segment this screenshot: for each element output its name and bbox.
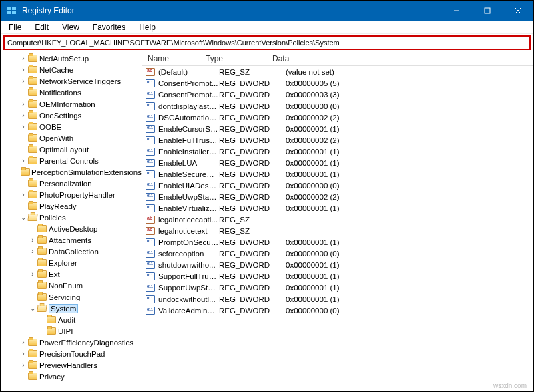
- menu-view[interactable]: View: [57, 21, 85, 33]
- string-value-icon: [145, 226, 156, 236]
- tree-item[interactable]: ›PowerEfficiencyDiagnostics: [1, 337, 142, 348]
- list-row[interactable]: shutdownwitho...REG_DWORD0x00000001 (1): [142, 259, 533, 270]
- value-type: REG_DWORD: [219, 182, 286, 190]
- chevron-right-icon[interactable]: ›: [19, 78, 27, 85]
- tree-item[interactable]: ⌄Policies: [1, 212, 142, 223]
- tree-item[interactable]: Notifications: [1, 87, 142, 98]
- list-row[interactable]: EnableUIADeskt...REG_DWORD0x00000000 (0): [142, 180, 533, 191]
- close-button[interactable]: [503, 1, 533, 21]
- list-row[interactable]: EnableLUAREG_DWORD0x00000001 (1): [142, 157, 533, 168]
- minimize-button[interactable]: [441, 1, 472, 21]
- list-row[interactable]: DSCAutomation...REG_DWORD0x00000002 (2): [142, 112, 533, 123]
- folder-icon: [27, 77, 38, 86]
- tree-item[interactable]: ActiveDesktop: [1, 223, 142, 234]
- tree-item[interactable]: ›OneSettings: [1, 110, 142, 121]
- tree-item[interactable]: OpenWith: [1, 132, 142, 144]
- value-name: shutdownwitho...: [158, 261, 219, 269]
- value-name: EnableLUA: [158, 159, 219, 167]
- list-row[interactable]: EnableVirtualizat...REG_DWORD0x00000001 …: [142, 202, 533, 214]
- chevron-down-icon[interactable]: ⌄: [29, 305, 37, 312]
- list-row[interactable]: EnableCursorSu...REG_DWORD0x00000001 (1): [142, 123, 533, 134]
- tree-item[interactable]: OptimalLayout: [1, 144, 142, 155]
- menu-favorites[interactable]: Favorites: [87, 21, 131, 33]
- tree-item[interactable]: ›PrecisionTouchPad: [1, 348, 142, 359]
- menu-file[interactable]: File: [3, 21, 27, 33]
- tree-item[interactable]: Explorer: [1, 257, 142, 268]
- titlebar[interactable]: Registry Editor: [1, 1, 533, 21]
- value-data: 0x00000000 (0): [286, 182, 533, 190]
- folder-icon: [27, 145, 38, 154]
- value-data: 0x00000002 (2): [286, 114, 533, 122]
- list-row[interactable]: PromptOnSecur...REG_DWORD0x00000001 (1): [142, 236, 533, 248]
- tree-item[interactable]: ›NetworkServiceTriggers: [1, 75, 142, 87]
- list-row[interactable]: (Default)REG_SZ(value not set): [142, 66, 533, 77]
- tree-item[interactable]: ›DataCollection: [1, 246, 142, 257]
- list-row[interactable]: ConsentPrompt...REG_DWORD0x00000005 (5): [142, 77, 533, 89]
- chevron-right-icon[interactable]: ›: [19, 351, 27, 357]
- chevron-right-icon[interactable]: ›: [19, 112, 27, 119]
- header-type[interactable]: Type: [206, 54, 272, 63]
- list-row[interactable]: SupportUwpStar...REG_DWORD0x00000001 (1): [142, 282, 533, 293]
- tree-item[interactable]: ›OEMInformation: [1, 98, 142, 110]
- tree-item[interactable]: NonEnum: [1, 280, 142, 291]
- tree-item[interactable]: ›PhotoPropertyHandler: [1, 189, 142, 200]
- chevron-right-icon[interactable]: ›: [19, 124, 27, 130]
- menu-help[interactable]: Help: [134, 21, 161, 33]
- list-row[interactable]: EnableUwpStart...REG_DWORD0x00000002 (2): [142, 191, 533, 202]
- list-row[interactable]: EnableInstallerD...REG_DWORD0x00000001 (…: [142, 146, 533, 157]
- tree-item[interactable]: Privacy: [1, 371, 142, 382]
- list-row[interactable]: undockwithoutl...REG_DWORD0x00000001 (1): [142, 293, 533, 305]
- tree-item-label: NonEnum: [49, 282, 83, 290]
- list-row[interactable]: scforceoptionREG_DWORD0x00000000 (0): [142, 248, 533, 259]
- tree-item[interactable]: ›Parental Controls: [1, 155, 142, 166]
- tree-item[interactable]: Personalization: [1, 178, 142, 189]
- list-header[interactable]: Name Type Data: [142, 51, 533, 66]
- chevron-right-icon[interactable]: ›: [29, 237, 37, 244]
- tree-item[interactable]: ›Ext: [1, 268, 142, 280]
- tree-item[interactable]: ›OOBE: [1, 121, 142, 132]
- chevron-right-icon[interactable]: ›: [19, 55, 27, 62]
- window-title: Registry Editor: [22, 6, 441, 15]
- maximize-button[interactable]: [472, 1, 503, 21]
- tree-item[interactable]: ›Attachments: [1, 234, 142, 246]
- chevron-right-icon[interactable]: ›: [19, 158, 27, 164]
- menu-edit[interactable]: Edit: [29, 21, 54, 33]
- header-name[interactable]: Name: [142, 54, 206, 63]
- list-row[interactable]: EnableFullTrustS...REG_DWORD0x00000002 (…: [142, 134, 533, 146]
- folder-icon: [27, 349, 38, 359]
- list-row[interactable]: EnableSecureUI...REG_DWORD0x00000001 (1): [142, 168, 533, 180]
- tree-item-label: OptimalLayout: [39, 146, 89, 154]
- tree-item[interactable]: ⌄System: [1, 303, 142, 314]
- value-name: SupportFullTrust...: [158, 272, 219, 280]
- tree-item[interactable]: Audit: [1, 314, 142, 325]
- chevron-right-icon[interactable]: ›: [29, 271, 37, 278]
- tree-view[interactable]: ›NcdAutoSetup›NetCache›NetworkServiceTri…: [1, 51, 142, 382]
- tree-item[interactable]: ›PreviewHandlers: [1, 359, 142, 371]
- value-name: legalnoticetext: [158, 227, 219, 235]
- list-row[interactable]: dontdisplaylastu...REG_DWORD0x00000000 (…: [142, 100, 533, 112]
- tree-item[interactable]: ›NetCache: [1, 64, 142, 75]
- value-name: SupportUwpStar...: [158, 284, 219, 292]
- chevron-right-icon[interactable]: ›: [19, 192, 27, 198]
- tree-item[interactable]: ›NcdAutoSetup: [1, 53, 142, 64]
- chevron-down-icon[interactable]: ⌄: [19, 214, 27, 221]
- tree-item[interactable]: Servicing: [1, 291, 142, 303]
- chevron-right-icon[interactable]: ›: [19, 339, 27, 346]
- header-data[interactable]: Data: [272, 54, 533, 63]
- chevron-right-icon[interactable]: ›: [19, 101, 27, 108]
- chevron-right-icon[interactable]: ›: [19, 67, 27, 73]
- tree-item[interactable]: UIPI: [1, 325, 142, 337]
- list-row[interactable]: ConsentPrompt...REG_DWORD0x00000003 (3): [142, 89, 533, 100]
- tree-item[interactable]: PerceptionSimulationExtensions: [1, 166, 142, 178]
- chevron-right-icon[interactable]: ›: [29, 248, 37, 255]
- list-row[interactable]: SupportFullTrust...REG_DWORD0x00000001 (…: [142, 270, 533, 282]
- chevron-right-icon[interactable]: ›: [19, 362, 27, 369]
- tree-item-label: Privacy: [39, 373, 65, 381]
- list-row[interactable]: legalnoticecapti...REG_SZ: [142, 214, 533, 225]
- values-list[interactable]: Name Type Data (Default)REG_SZ(value not…: [142, 51, 533, 382]
- list-row[interactable]: ValidateAdminC...REG_DWORD0x00000000 (0): [142, 305, 533, 316]
- list-row[interactable]: legalnoticetextREG_SZ: [142, 225, 533, 236]
- tree-item[interactable]: PlayReady: [1, 200, 142, 212]
- address-bar[interactable]: Computer\HKEY_LOCAL_MACHINE\SOFTWARE\Mic…: [3, 35, 531, 50]
- value-type: REG_DWORD: [219, 284, 286, 292]
